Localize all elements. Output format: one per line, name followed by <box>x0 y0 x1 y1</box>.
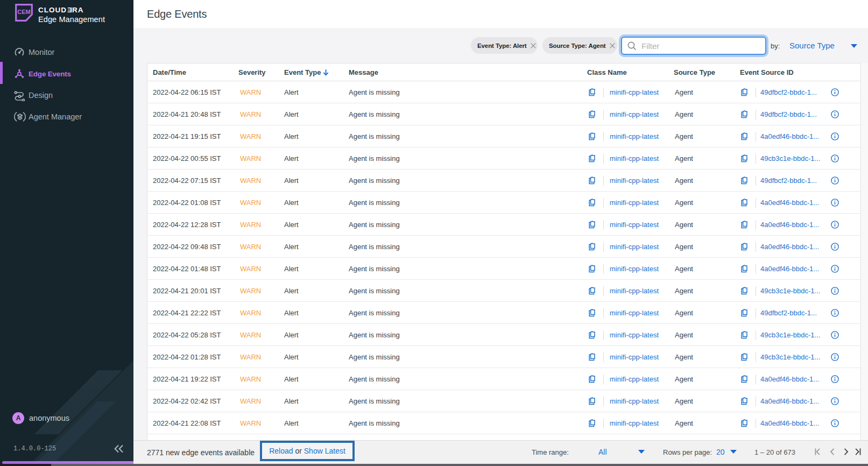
svg-text:CEM: CEM <box>17 9 30 15</box>
